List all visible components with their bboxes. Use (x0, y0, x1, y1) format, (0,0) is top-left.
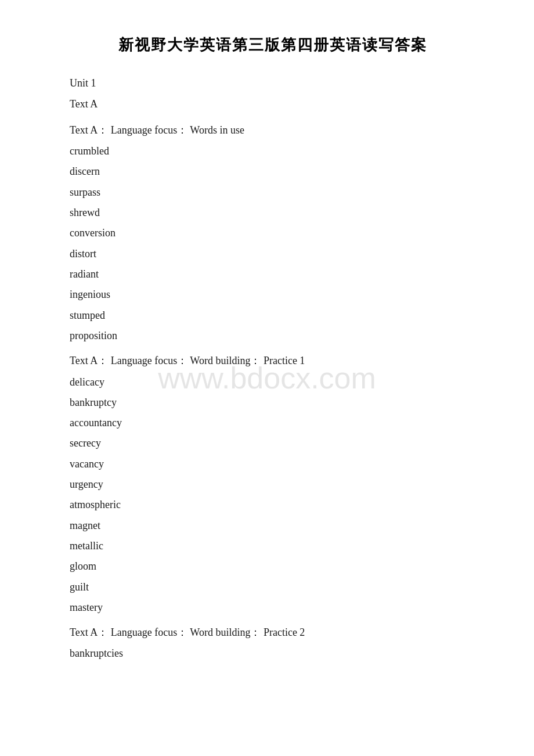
word-item: shrewd (70, 203, 476, 222)
word-item: proposition (70, 326, 476, 345)
word-item: stumped (70, 306, 476, 325)
section-header: Text A (70, 95, 476, 113)
word-item: distort (70, 244, 476, 264)
word-item: delicacy (70, 373, 476, 392)
section-label: Text A： Language focus： Words in use (70, 121, 476, 139)
word-item: bankruptcy (70, 393, 476, 412)
word-item: urgency (70, 475, 476, 494)
word-item: accountancy (70, 413, 476, 433)
content-area: Unit 1Text AText A： Language focus： Word… (70, 74, 476, 664)
word-item: gloom (70, 557, 476, 576)
word-item: radiant (70, 265, 476, 284)
word-item: mastery (70, 598, 476, 617)
word-item: metallic (70, 537, 476, 556)
word-item: magnet (70, 516, 476, 535)
section-label: Text A： Language focus： Word building： P… (70, 351, 476, 370)
section-header: Unit 1 (70, 74, 476, 92)
section-label: Text A： Language focus： Word building： P… (70, 623, 476, 642)
word-item: atmospheric (70, 495, 476, 514)
word-item: guilt (70, 578, 476, 597)
word-item: secrecy (70, 434, 476, 453)
word-item: surpass (70, 183, 476, 202)
word-item: vacancy (70, 455, 476, 474)
word-item: ingenious (70, 285, 476, 304)
word-item: conversion (70, 224, 476, 243)
page-title: 新视野大学英语第三版第四册英语读写答案 (70, 35, 476, 55)
word-item: discern (70, 162, 476, 181)
word-item: bankruptcies (70, 644, 476, 663)
word-item: crumbled (70, 142, 476, 161)
